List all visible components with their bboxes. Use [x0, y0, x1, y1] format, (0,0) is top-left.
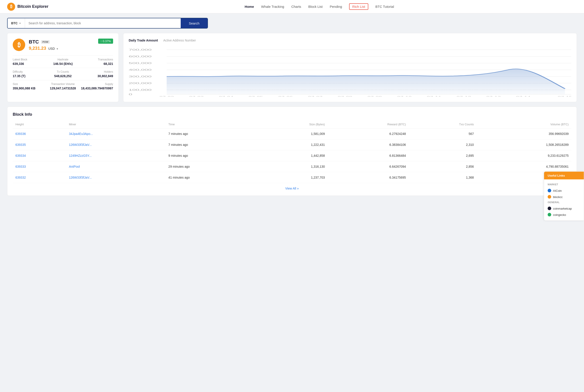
tab-active-address[interactable]: Active Address Number: [163, 38, 196, 43]
height-link[interactable]: 639336: [16, 132, 26, 136]
brand-icon: ₿: [7, 3, 15, 11]
nav-pending[interactable]: Pending: [330, 4, 342, 9]
stat-supply: Supply 18,433,089.794970997: [80, 82, 113, 90]
svg-text:07-02: 07-02: [159, 96, 174, 96]
nav-btc-tutorial[interactable]: BTC Tutorial: [375, 4, 394, 9]
cell-height: 639334: [13, 150, 66, 161]
cell-reward: 6.81366484: [327, 150, 408, 161]
block-info-card: Block Info Height Miner Time Size (Bytes…: [7, 106, 577, 196]
stat-difficulty: Difficulty 17.35 (T): [13, 70, 46, 78]
view-all-link[interactable]: View All »: [13, 187, 571, 190]
stat-value-size: 359,900,088 KB: [13, 86, 46, 90]
stat-value-latest-block: 639,336: [13, 62, 46, 66]
svg-text:07-08: 07-08: [338, 96, 352, 96]
cell-txs: 567: [409, 128, 477, 139]
stat-size: Size 359,900,088 KB: [13, 82, 46, 90]
btc-info-card: ₿ BTC POW 9,231.23 USD ▼ ↑ 0.37%: [7, 33, 119, 102]
table-row: 639335 126W33f3fJaV... 7 minutes ago 1,2…: [13, 139, 571, 150]
cell-txs: 2,856: [409, 161, 477, 172]
nav-home[interactable]: Home: [245, 4, 254, 9]
cell-time: 29 minutes ago: [166, 161, 256, 172]
table-row: 639336 34Jpa4Eu3Apo... 7 minutes ago 1,5…: [13, 128, 571, 139]
cell-size: 1,316,130: [256, 161, 327, 172]
cell-time: 41 minutes ago: [166, 172, 256, 183]
cell-size: 1,442,858: [256, 150, 327, 161]
svg-text:07-10: 07-10: [397, 96, 412, 96]
stat-hashrate: Hashrate 146.54 (EH/s): [46, 58, 80, 66]
nav-rich-list[interactable]: Rich List: [349, 3, 368, 10]
stat-label-holders: Holders: [80, 70, 113, 73]
height-link[interactable]: 639332: [16, 176, 26, 179]
link-blockcc[interactable]: blockcc: [548, 194, 580, 200]
cell-height: 639335: [13, 139, 66, 150]
col-txs: Txs Counts: [409, 120, 477, 128]
svg-text:700,000: 700,000: [129, 48, 152, 51]
table-row: 639332 126W33f3fJaV... 41 minutes ago 1,…: [13, 172, 571, 183]
blockcc-label: blockcc: [553, 195, 562, 198]
col-volume: Volume (BTC): [476, 120, 571, 128]
stat-value-tx-counts: 548,628,252: [46, 74, 80, 78]
useful-links-panel: Useful Links Market AICoin blockcc Gener…: [544, 172, 584, 203]
svg-text:07-06: 07-06: [278, 96, 293, 96]
miner-link[interactable]: 34Jpa4Eu3Apo...: [69, 132, 93, 136]
useful-links-header[interactable]: Useful Links: [544, 172, 584, 180]
cell-size: 1,222,431: [256, 139, 327, 150]
cell-miner: AntPool: [66, 161, 166, 172]
nav-whale-tracking[interactable]: Whale Tracking: [261, 4, 284, 9]
market-category-label: Market: [548, 183, 580, 186]
stat-value-difficulty: 17.35 (T): [13, 74, 46, 78]
cell-height: 639333: [13, 161, 66, 172]
search-section: BTC ▼ Search: [0, 14, 584, 33]
miner-link[interactable]: 126W33f3fJaV...: [69, 176, 92, 179]
nav-block-list[interactable]: Block List: [308, 4, 323, 9]
stat-transactions: Transactions 68,321: [80, 58, 113, 66]
aicoin-label: AICoin: [553, 189, 562, 192]
price-change-badge: ↑ 0.37%: [98, 38, 113, 44]
tab-daily-trade[interactable]: Daily Trade Amount: [129, 38, 158, 43]
search-button[interactable]: Search: [181, 18, 207, 28]
height-link[interactable]: 639333: [16, 165, 26, 168]
height-link[interactable]: 639334: [16, 154, 26, 158]
svg-text:07-15: 07-15: [558, 96, 571, 96]
main-content: ₿ BTC POW 9,231.23 USD ▼ ↑ 0.37%: [0, 33, 584, 203]
height-link[interactable]: 639335: [16, 143, 26, 146]
miner-link[interactable]: 126W33f3fJaV...: [69, 143, 92, 146]
cell-txs: 2,310: [409, 139, 477, 150]
currency-selector[interactable]: BTC ▼: [8, 18, 25, 28]
brand-logo[interactable]: ₿ Bitcoin Explorer: [7, 3, 49, 11]
stat-label-latest-block: Latest Block: [13, 58, 46, 61]
svg-text:07-11: 07-11: [427, 96, 441, 96]
cell-miner: 34Jpa4Eu3Apo...: [66, 128, 166, 139]
blockcc-icon: [548, 195, 551, 199]
stat-label-hashrate: Hashrate: [46, 58, 80, 61]
miner-link[interactable]: AntPool: [69, 165, 80, 168]
nav-charts[interactable]: Charts: [291, 4, 301, 9]
cell-volume: 1,508.26518289: [476, 139, 571, 150]
svg-text:100,000: 100,000: [129, 89, 152, 91]
cell-reward: 6.64267094: [327, 161, 408, 172]
svg-text:07-13: 07-13: [486, 96, 501, 96]
miner-link[interactable]: 1249HZzzG5Y...: [69, 154, 92, 158]
stat-label-transactions: Transactions: [80, 58, 113, 61]
stat-row-3: Size 359,900,088 KB Transaction Volume 1…: [13, 80, 113, 92]
col-height: Height: [13, 120, 66, 128]
svg-text:07-03: 07-03: [189, 96, 204, 96]
chart-card: Daily Trade Amount Active Address Number…: [123, 33, 577, 102]
cell-reward: 6.38384106: [327, 139, 408, 150]
stat-label-tx-volume: Transaction Volume: [46, 82, 80, 86]
cell-volume: 356.99692039: [476, 128, 571, 139]
stat-row-2: Difficulty 17.35 (T) Tx Counts 548,628,2…: [13, 68, 113, 80]
svg-text:07-09: 07-09: [367, 96, 382, 96]
col-miner: Miner: [66, 120, 166, 128]
block-info-title: Block Info: [13, 112, 571, 117]
table-row: 639333 AntPool 29 minutes ago 1,316,130 …: [13, 161, 571, 172]
svg-text:300,000: 300,000: [129, 75, 152, 78]
chart-tabs: Daily Trade Amount Active Address Number: [129, 38, 571, 43]
cell-reward: 6.34175695: [327, 172, 408, 183]
currency-label: BTC: [11, 22, 18, 25]
stat-holders: Holders 30,802,849: [80, 70, 113, 78]
stat-label-size: Size: [13, 82, 46, 86]
search-input[interactable]: [25, 18, 181, 28]
link-aicoin[interactable]: AICoin: [548, 188, 580, 194]
svg-text:200,000: 200,000: [129, 82, 152, 84]
